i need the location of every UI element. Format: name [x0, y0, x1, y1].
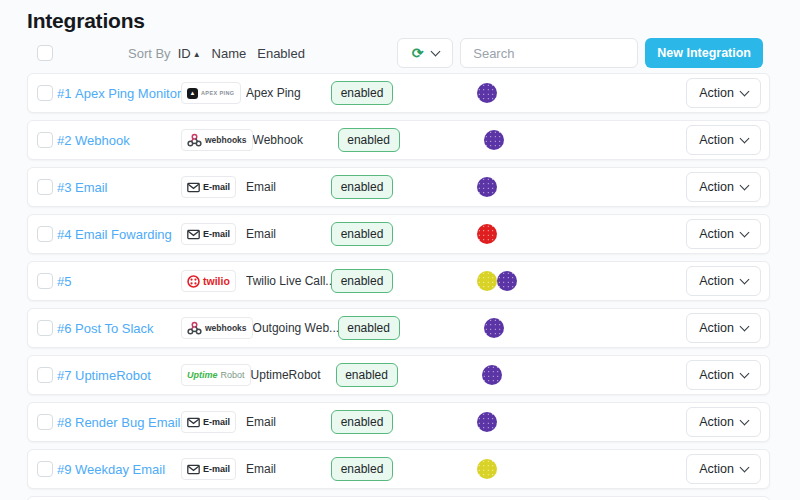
action-button[interactable]: Action [686, 313, 761, 343]
sort-option-name[interactable]: Name [212, 46, 247, 61]
avatar [484, 130, 504, 150]
integration-id-link[interactable]: #9 [57, 462, 75, 477]
refresh-dropdown-button[interactable]: ⟳ [397, 38, 453, 68]
email-logo-text: E-mail [203, 182, 230, 192]
email-logo-text: E-mail [203, 464, 230, 474]
email-logo-badge: E-mail [181, 458, 236, 480]
row-checkbox[interactable] [37, 179, 53, 195]
row-checkbox[interactable] [37, 320, 53, 336]
row-checkbox[interactable] [37, 367, 53, 383]
webhooks-icon [187, 133, 202, 147]
integration-row: #4Email FowardingE-mailEmailenabledActio… [27, 214, 770, 254]
integration-row: #2WebhookwebhooksWebhookenabledAction [27, 120, 770, 160]
avatar [477, 83, 497, 103]
action-button[interactable]: Action [686, 219, 761, 249]
integration-id-link[interactable]: #4 [57, 227, 75, 242]
integration-name-link[interactable]: UptimeRobot [75, 368, 181, 383]
integration-name-link[interactable]: Email [75, 180, 181, 195]
avatar-group [477, 459, 517, 479]
integration-name-link[interactable]: Apex Ping Monitor [75, 86, 181, 101]
action-button[interactable]: Action [686, 454, 761, 484]
integration-name-link[interactable]: Render Bug Email [75, 415, 181, 430]
action-button[interactable]: Action [686, 360, 761, 390]
integration-type-label: Email [246, 415, 331, 429]
sort-by-label: Sort By [128, 46, 171, 61]
row-checkbox[interactable] [37, 85, 53, 101]
avatar-group [477, 271, 517, 291]
row-checkbox[interactable] [37, 273, 53, 289]
sort-option-id[interactable]: ID▲ [178, 46, 201, 61]
action-button-label: Action [699, 462, 734, 476]
integration-row: #6Post To SlackwebhooksOutgoing Web...en… [27, 308, 770, 348]
row-checkbox[interactable] [37, 461, 53, 477]
integration-id-link[interactable]: #7 [57, 368, 75, 383]
chevron-down-icon [740, 275, 750, 285]
action-button-label: Action [699, 415, 734, 429]
integration-logo: E-mail [181, 176, 246, 198]
select-all-checkbox[interactable] [37, 45, 53, 61]
email-logo-badge: E-mail [181, 223, 236, 245]
integration-name-link[interactable]: Post To Slack [75, 321, 181, 336]
integration-type-label: Outgoing Web... [253, 321, 338, 335]
uptimerobot-logo-text: Robot [221, 370, 245, 380]
chevron-down-icon [740, 228, 750, 238]
integration-row: #5twilioTwilio Live Call...enabledAction [27, 261, 770, 301]
chevron-down-icon [740, 134, 750, 144]
action-button[interactable]: Action [686, 172, 761, 202]
email-logo-badge: E-mail [181, 176, 236, 198]
chevron-down-icon [430, 47, 440, 57]
status-badge: enabled [331, 222, 393, 246]
action-button-label: Action [699, 274, 734, 288]
integration-logo: E-mail [181, 411, 246, 433]
integration-id-link[interactable]: #5 [57, 274, 75, 289]
action-button[interactable]: Action [686, 407, 761, 437]
integration-logo: webhooks [181, 317, 253, 339]
action-button-label: Action [699, 180, 734, 194]
status-badge: enabled [331, 457, 393, 481]
sort-group: Sort By ID▲ Name Enabled [128, 46, 316, 61]
integration-id-link[interactable]: #2 [57, 133, 75, 148]
apexping-logo-badge: ▲APEX PING [181, 82, 241, 104]
webhooks-logo-text: webhooks [205, 323, 247, 333]
action-button[interactable]: Action [686, 78, 761, 108]
row-checkbox[interactable] [37, 132, 53, 148]
webhooks-logo-text: webhooks [205, 135, 247, 145]
integration-name-link[interactable]: Webhook [75, 133, 181, 148]
action-button[interactable]: Action [686, 266, 761, 296]
search-input[interactable] [460, 38, 638, 68]
action-button[interactable]: Action [686, 125, 761, 155]
status-badge: enabled [338, 128, 400, 152]
integration-name-link[interactable]: Email Fowarding [75, 227, 181, 242]
row-checkbox[interactable] [37, 414, 53, 430]
integration-row: #9Weekday EmailE-mailEmailenabledAction [27, 449, 770, 489]
avatar-group [484, 318, 524, 338]
integration-row: #1Apex Ping Monitor▲APEX PINGApex Pingen… [27, 73, 770, 113]
avatar-group [477, 177, 517, 197]
integration-id-link[interactable]: #3 [57, 180, 75, 195]
status-badge: enabled [331, 269, 393, 293]
refresh-icon: ⟳ [412, 46, 424, 60]
status-badge: enabled [331, 81, 393, 105]
apexping-icon: ▲ [187, 88, 198, 99]
sort-option-enabled[interactable]: Enabled [257, 46, 305, 61]
status-badge: enabled [338, 316, 400, 340]
integration-name-link[interactable]: Weekday Email [75, 462, 181, 477]
new-integration-button[interactable]: New Integration [645, 38, 763, 68]
sort-asc-icon: ▲ [193, 50, 201, 59]
avatar-group [477, 83, 517, 103]
envelope-icon [187, 417, 200, 428]
row-checkbox[interactable] [37, 226, 53, 242]
integration-id-link[interactable]: #6 [57, 321, 75, 336]
integration-type-label: Email [246, 180, 331, 194]
integration-row: #3EmailE-mailEmailenabledAction [27, 167, 770, 207]
integration-logo: E-mail [181, 223, 246, 245]
action-button-label: Action [699, 133, 734, 147]
integration-id-link[interactable]: #8 [57, 415, 75, 430]
integration-id-link[interactable]: #1 [57, 86, 75, 101]
apexping-logo-text: APEX PING [201, 90, 235, 96]
chevron-down-icon [740, 87, 750, 97]
avatar [484, 318, 504, 338]
chevron-down-icon [740, 322, 750, 332]
twilio-logo-badge: twilio [181, 270, 236, 292]
avatar-group [482, 365, 522, 385]
